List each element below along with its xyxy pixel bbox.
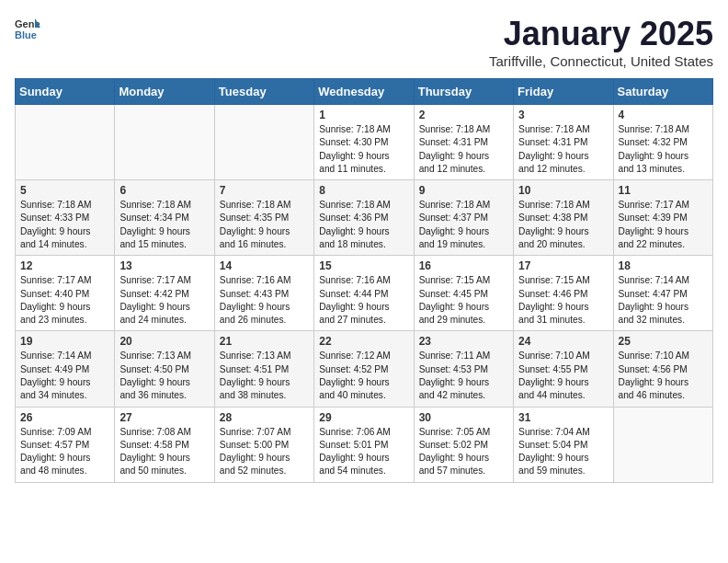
- day-number: 27: [119, 411, 209, 424]
- calendar-cell: 30Sunrise: 7:05 AM Sunset: 5:02 PM Dayli…: [414, 407, 513, 482]
- calendar-cell: [16, 105, 115, 180]
- day-number: 8: [319, 184, 408, 197]
- day-number: 22: [319, 335, 408, 348]
- day-info: Sunrise: 7:18 AM Sunset: 4:32 PM Dayligh…: [619, 123, 708, 176]
- day-info: Sunrise: 7:17 AM Sunset: 4:39 PM Dayligh…: [619, 199, 708, 251]
- day-info: Sunrise: 7:18 AM Sunset: 4:35 PM Dayligh…: [220, 199, 309, 251]
- calendar-cell: 15Sunrise: 7:16 AM Sunset: 4:44 PM Dayli…: [314, 256, 414, 331]
- day-info: Sunrise: 7:07 AM Sunset: 5:00 PM Dayligh…: [220, 426, 309, 478]
- calendar-cell: [613, 407, 712, 482]
- day-info: Sunrise: 7:15 AM Sunset: 4:46 PM Dayligh…: [518, 274, 608, 327]
- week-row-3: 12Sunrise: 7:17 AM Sunset: 4:40 PM Dayli…: [16, 256, 713, 331]
- calendar-table: SundayMondayTuesdayWednesdayThursdayFrid…: [15, 78, 713, 483]
- day-info: Sunrise: 7:18 AM Sunset: 4:30 PM Dayligh…: [319, 123, 408, 176]
- day-number: 23: [419, 335, 508, 348]
- calendar-cell: 1Sunrise: 7:18 AM Sunset: 4:30 PM Daylig…: [314, 105, 414, 180]
- day-info: Sunrise: 7:18 AM Sunset: 4:34 PM Dayligh…: [119, 199, 209, 251]
- calendar-cell: 2Sunrise: 7:18 AM Sunset: 4:31 PM Daylig…: [414, 105, 513, 180]
- day-info: Sunrise: 7:11 AM Sunset: 4:53 PM Dayligh…: [419, 350, 508, 402]
- calendar-cell: 16Sunrise: 7:15 AM Sunset: 4:45 PM Dayli…: [414, 256, 513, 331]
- day-info: Sunrise: 7:14 AM Sunset: 4:49 PM Dayligh…: [20, 350, 109, 402]
- calendar-cell: 5Sunrise: 7:18 AM Sunset: 4:33 PM Daylig…: [16, 180, 115, 256]
- header: General Blue January 2025 Tariffville, C…: [15, 15, 713, 69]
- calendar-cell: 22Sunrise: 7:12 AM Sunset: 4:52 PM Dayli…: [314, 331, 414, 407]
- calendar-cell: [214, 105, 313, 180]
- calendar-cell: 31Sunrise: 7:04 AM Sunset: 5:04 PM Dayli…: [514, 407, 613, 482]
- month-title: January 2025: [489, 15, 713, 53]
- day-number: 19: [20, 335, 109, 348]
- day-info: Sunrise: 7:14 AM Sunset: 4:47 PM Dayligh…: [619, 274, 708, 327]
- calendar-cell: 6Sunrise: 7:18 AM Sunset: 4:34 PM Daylig…: [115, 180, 214, 256]
- calendar-cell: 10Sunrise: 7:18 AM Sunset: 4:38 PM Dayli…: [514, 180, 613, 256]
- day-info: Sunrise: 7:13 AM Sunset: 4:50 PM Dayligh…: [119, 350, 209, 402]
- logo: General Blue: [15, 15, 40, 40]
- week-row-2: 5Sunrise: 7:18 AM Sunset: 4:33 PM Daylig…: [16, 180, 713, 256]
- day-number: 10: [518, 184, 608, 197]
- day-number: 16: [419, 259, 508, 272]
- calendar-cell: 3Sunrise: 7:18 AM Sunset: 4:31 PM Daylig…: [514, 105, 613, 180]
- day-info: Sunrise: 7:05 AM Sunset: 5:02 PM Dayligh…: [419, 426, 508, 478]
- calendar-cell: 21Sunrise: 7:13 AM Sunset: 4:51 PM Dayli…: [214, 331, 313, 407]
- week-row-1: 1Sunrise: 7:18 AM Sunset: 4:30 PM Daylig…: [16, 105, 713, 180]
- day-number: 14: [220, 259, 309, 272]
- calendar-cell: 28Sunrise: 7:07 AM Sunset: 5:00 PM Dayli…: [214, 407, 313, 482]
- logo-icon: General Blue: [15, 15, 40, 40]
- calendar-cell: 19Sunrise: 7:14 AM Sunset: 4:49 PM Dayli…: [16, 331, 115, 407]
- day-info: Sunrise: 7:16 AM Sunset: 4:43 PM Dayligh…: [220, 274, 309, 327]
- day-info: Sunrise: 7:10 AM Sunset: 4:56 PM Dayligh…: [619, 350, 708, 402]
- day-number: 1: [319, 109, 408, 121]
- day-info: Sunrise: 7:15 AM Sunset: 4:45 PM Dayligh…: [419, 274, 508, 327]
- day-info: Sunrise: 7:10 AM Sunset: 4:55 PM Dayligh…: [518, 350, 608, 402]
- day-number: 13: [119, 259, 209, 272]
- weekday-header-saturday: Saturday: [613, 79, 712, 105]
- day-info: Sunrise: 7:17 AM Sunset: 4:42 PM Dayligh…: [119, 274, 209, 327]
- weekday-header-sunday: Sunday: [16, 79, 115, 105]
- day-number: 4: [619, 109, 708, 121]
- day-info: Sunrise: 7:09 AM Sunset: 4:57 PM Dayligh…: [20, 426, 109, 478]
- svg-text:Blue: Blue: [15, 29, 37, 40]
- weekday-header-wednesday: Wednesday: [314, 79, 414, 105]
- calendar-cell: 17Sunrise: 7:15 AM Sunset: 4:46 PM Dayli…: [514, 256, 613, 331]
- day-number: 3: [518, 109, 608, 121]
- calendar-cell: 4Sunrise: 7:18 AM Sunset: 4:32 PM Daylig…: [613, 105, 712, 180]
- calendar-cell: [115, 105, 214, 180]
- calendar-cell: 7Sunrise: 7:18 AM Sunset: 4:35 PM Daylig…: [214, 180, 313, 256]
- calendar-cell: 12Sunrise: 7:17 AM Sunset: 4:40 PM Dayli…: [16, 256, 115, 331]
- calendar-cell: 25Sunrise: 7:10 AM Sunset: 4:56 PM Dayli…: [613, 331, 712, 407]
- day-number: 26: [20, 411, 109, 424]
- weekday-header-friday: Friday: [514, 79, 613, 105]
- day-number: 7: [220, 184, 309, 197]
- calendar-cell: 8Sunrise: 7:18 AM Sunset: 4:36 PM Daylig…: [314, 180, 414, 256]
- week-row-4: 19Sunrise: 7:14 AM Sunset: 4:49 PM Dayli…: [16, 331, 713, 407]
- calendar-cell: 9Sunrise: 7:18 AM Sunset: 4:37 PM Daylig…: [414, 180, 513, 256]
- calendar-cell: 29Sunrise: 7:06 AM Sunset: 5:01 PM Dayli…: [314, 407, 414, 482]
- day-number: 5: [20, 184, 109, 197]
- day-number: 12: [20, 259, 109, 272]
- day-info: Sunrise: 7:16 AM Sunset: 4:44 PM Dayligh…: [319, 274, 408, 327]
- day-info: Sunrise: 7:18 AM Sunset: 4:31 PM Dayligh…: [518, 123, 608, 176]
- day-number: 21: [220, 335, 309, 348]
- day-number: 30: [419, 411, 508, 424]
- weekday-header-thursday: Thursday: [414, 79, 513, 105]
- calendar-cell: 24Sunrise: 7:10 AM Sunset: 4:55 PM Dayli…: [514, 331, 613, 407]
- weekday-header-row: SundayMondayTuesdayWednesdayThursdayFrid…: [16, 79, 713, 105]
- day-number: 15: [319, 259, 408, 272]
- day-number: 24: [518, 335, 608, 348]
- day-number: 29: [319, 411, 408, 424]
- day-number: 9: [419, 184, 508, 197]
- title-area: January 2025 Tariffville, Connecticut, U…: [489, 15, 713, 69]
- calendar-cell: 13Sunrise: 7:17 AM Sunset: 4:42 PM Dayli…: [115, 256, 214, 331]
- day-number: 18: [619, 259, 708, 272]
- day-info: Sunrise: 7:18 AM Sunset: 4:36 PM Dayligh…: [319, 199, 408, 251]
- day-number: 11: [619, 184, 708, 197]
- day-number: 31: [518, 411, 608, 424]
- day-number: 2: [419, 109, 508, 121]
- day-number: 25: [619, 335, 708, 348]
- weekday-header-monday: Monday: [115, 79, 214, 105]
- location-title: Tariffville, Connecticut, United States: [489, 53, 713, 69]
- day-info: Sunrise: 7:18 AM Sunset: 4:37 PM Dayligh…: [419, 199, 508, 251]
- day-number: 17: [518, 259, 608, 272]
- weekday-header-tuesday: Tuesday: [214, 79, 313, 105]
- day-info: Sunrise: 7:12 AM Sunset: 4:52 PM Dayligh…: [319, 350, 408, 402]
- calendar-cell: 20Sunrise: 7:13 AM Sunset: 4:50 PM Dayli…: [115, 331, 214, 407]
